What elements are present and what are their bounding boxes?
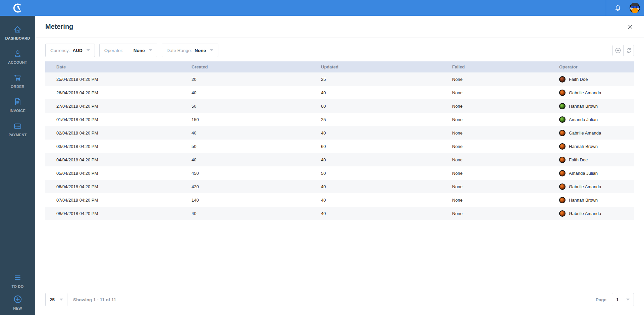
close-button[interactable]	[627, 23, 634, 31]
table-row[interactable]: 04/04/2018 04:20 PM 40 40 None Faith Doe	[45, 153, 634, 166]
page-size-value: 25	[50, 297, 55, 302]
operator-cell: Gabrille Amanda	[559, 90, 634, 96]
created-cell: 50	[192, 144, 321, 149]
add-button[interactable]	[613, 45, 623, 56]
chevron-down-icon	[149, 49, 152, 51]
updated-cell: 40	[321, 211, 452, 216]
table-row[interactable]: 01/04/2018 04:20 PM 150 25 None Amanda J…	[45, 113, 634, 126]
penguin-avatar	[630, 3, 640, 13]
date-cell: 26/04/2018 04:20 PM	[45, 90, 192, 95]
operator-name: Hannah Brown	[569, 144, 598, 149]
operator-name: Gabrille Amanda	[569, 184, 601, 189]
filter-label: Currency:	[50, 48, 70, 53]
operator-cell: Hannah Brown	[559, 143, 634, 150]
plus-circle-icon	[13, 295, 22, 304]
sidebar-nav: DASHBOARD ACCOUNT ORDER	[0, 16, 35, 315]
sidebar-item-account[interactable]: ACCOUNT	[0, 49, 35, 64]
refresh-button[interactable]	[623, 45, 634, 56]
updated-cell: 40	[321, 198, 452, 203]
failed-cell: None	[452, 184, 559, 189]
refresh-icon	[626, 47, 632, 54]
failed-cell: None	[452, 144, 559, 149]
operator-avatar	[559, 183, 566, 190]
filter-value: None	[195, 48, 206, 53]
operator-name: Amanda Julian	[569, 117, 598, 122]
created-cell: 40	[192, 90, 321, 95]
operator-cell: Hannah Brown	[559, 103, 634, 109]
created-cell: 450	[192, 171, 321, 176]
operator-cell: Amanda Julian	[559, 170, 634, 176]
date-cell: 05/04/2018 04:20 PM	[45, 171, 192, 176]
column-header-created[interactable]: Created	[192, 64, 321, 69]
page-number-dropdown[interactable]: 1	[612, 293, 634, 306]
failed-cell: None	[452, 77, 559, 82]
date-cell: 25/04/2018 04:20 PM	[45, 77, 192, 82]
title-bar: Metering	[35, 16, 644, 38]
table-row[interactable]: 03/04/2018 04:20 PM 50 60 None Hannah Br…	[45, 140, 634, 153]
operator-filter-dropdown[interactable]: Operator: None	[99, 44, 157, 57]
updated-cell: 25	[321, 77, 452, 82]
page-size-dropdown[interactable]: 25	[45, 293, 67, 306]
sidebar-item-dashboard[interactable]: DASHBOARD	[0, 25, 35, 40]
pagination-bar: 25 Showing 1 - 11 of 11 Page 1	[45, 293, 634, 306]
column-header-updated[interactable]: Updated	[321, 64, 452, 69]
failed-cell: None	[452, 90, 559, 95]
plus-circle-icon	[615, 47, 621, 54]
sidebar-item-payment[interactable]: PAYMENT	[0, 121, 35, 137]
failed-cell: None	[452, 117, 559, 122]
column-header-failed[interactable]: Failed	[452, 64, 559, 69]
table-row[interactable]: 27/04/2018 04:20 PM 50 60 None Hannah Br…	[45, 99, 634, 113]
sidebar-item-invoice[interactable]: INVOICE	[0, 97, 35, 113]
date-range-filter-dropdown[interactable]: Date Range: None	[162, 44, 219, 57]
updated-cell: 50	[321, 171, 452, 176]
table-body: 25/04/2018 04:20 PM 20 25 None Faith Doe…	[45, 72, 634, 220]
showing-range-text: Showing 1 - 11 of 11	[73, 297, 116, 302]
filter-value: AUD	[73, 48, 83, 53]
sidebar-item-order[interactable]: ORDER	[0, 73, 35, 89]
invoice-icon	[13, 97, 22, 106]
close-icon	[627, 24, 633, 30]
operator-avatar	[559, 143, 566, 150]
operator-avatar	[559, 157, 566, 163]
failed-cell: None	[452, 171, 559, 176]
sidebar-item-label: TO DO	[11, 284, 23, 288]
created-cell: 140	[192, 198, 321, 203]
user-icon	[13, 49, 22, 58]
failed-cell: None	[452, 104, 559, 109]
date-cell: 04/04/2018 04:20 PM	[45, 157, 192, 162]
column-header-operator[interactable]: Operator	[559, 64, 634, 69]
operator-avatar	[559, 103, 566, 109]
table-row[interactable]: 08/04/2018 04:20 PM 40 40 None Gabrille …	[45, 207, 634, 220]
operator-cell: Faith Doe	[559, 157, 634, 163]
currency-filter-dropdown[interactable]: Currency: AUD	[45, 44, 95, 57]
metering-table: Date Created Updated Failed Operator 25/…	[45, 61, 634, 220]
operator-avatar	[559, 130, 566, 136]
page-selector: Page 1	[596, 293, 634, 306]
column-header-date[interactable]: Date	[45, 64, 192, 69]
credit-card-icon	[13, 121, 22, 130]
sidebar-item-new[interactable]: NEW	[0, 295, 35, 310]
menu-icon	[13, 273, 22, 282]
created-cell: 40	[192, 211, 321, 216]
updated-cell: 40	[321, 90, 452, 95]
date-cell: 06/04/2018 04:20 PM	[45, 184, 192, 189]
table-row[interactable]: 02/04/2018 04:20 PM 40 40 None Gabrille …	[45, 126, 634, 140]
user-menu-button[interactable]	[630, 3, 640, 13]
notifications-button[interactable]	[613, 3, 623, 13]
date-cell: 07/04/2018 04:20 PM	[45, 198, 192, 203]
sidebar-item-label: DASHBOARD	[5, 36, 30, 40]
table-row[interactable]: 05/04/2018 04:20 PM 450 50 None Amanda J…	[45, 166, 634, 180]
table-row[interactable]: 07/04/2018 04:20 PM 140 40 None Hannah B…	[45, 193, 634, 207]
cart-icon	[13, 73, 22, 82]
table-row[interactable]: 26/04/2018 04:20 PM 40 40 None Gabrille …	[45, 86, 634, 99]
table-row[interactable]: 06/04/2018 04:20 PM 420 40 None Gabrille…	[45, 180, 634, 193]
operator-avatar	[559, 170, 566, 176]
updated-cell: 40	[321, 157, 452, 162]
operator-name: Hannah Brown	[569, 198, 598, 203]
operator-cell: Amanda Julian	[559, 116, 634, 123]
app-logo[interactable]	[0, 0, 35, 16]
page-title: Metering	[45, 23, 73, 31]
sidebar-item-todo[interactable]: TO DO	[0, 273, 35, 288]
filter-label: Date Range:	[167, 48, 192, 53]
table-row[interactable]: 25/04/2018 04:20 PM 20 25 None Faith Doe	[45, 72, 634, 86]
